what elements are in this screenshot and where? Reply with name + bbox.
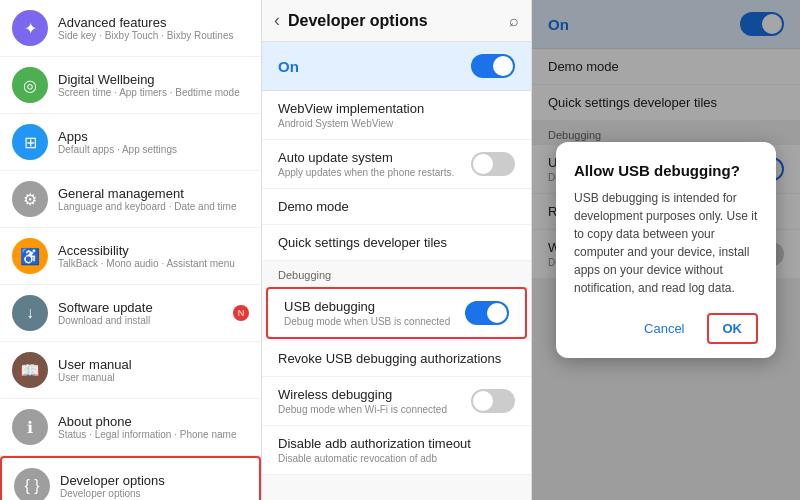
software-update-icon: ↓ — [12, 295, 48, 331]
item-subtitle: Apply updates when the phone restarts. — [278, 167, 454, 178]
item-subtitle: Disable automatic revocation of adb — [278, 453, 515, 464]
accessibility-icon: ♿ — [12, 238, 48, 274]
sidebar-item-subtitle: Default apps · App settings — [58, 144, 177, 155]
sidebar-item-advanced-features[interactable]: ✦Advanced featuresSide key · Bixby Touch… — [0, 0, 261, 57]
middle-panel: ‹Developer options⌕OnWebView implementat… — [262, 0, 532, 500]
mid-item-wireless-debugging[interactable]: Wireless debuggingDebug mode when Wi-Fi … — [262, 377, 531, 426]
mid-item-auto-update[interactable]: Auto update systemApply updates when the… — [262, 140, 531, 189]
section-label-debugging-label: Debugging — [262, 261, 531, 285]
sidebar-item-label: Apps — [58, 129, 177, 144]
sidebar-item-label: General management — [58, 186, 236, 201]
sidebar-item-subtitle: TalkBack · Mono audio · Assistant menu — [58, 258, 235, 269]
item-subtitle: Debug mode when USB is connected — [284, 316, 450, 327]
developer-options-title: Developer options — [288, 12, 509, 30]
wireless-debugging-toggle[interactable] — [471, 389, 515, 413]
sidebar-item-developer-options[interactable]: { }Developer optionsDeveloper options — [0, 456, 261, 500]
sidebar-item-label: Advanced features — [58, 15, 233, 30]
sidebar-item-label: Developer options — [60, 473, 165, 488]
dialog-title: Allow USB debugging? — [574, 162, 758, 179]
developer-options-on-label: On — [278, 58, 299, 75]
mid-item-webview[interactable]: WebView implementationAndroid System Web… — [262, 91, 531, 140]
sidebar-item-subtitle: Language and keyboard · Date and time — [58, 201, 236, 212]
item-subtitle: Debug mode when Wi-Fi is connected — [278, 404, 447, 415]
mid-item-usb-debugging[interactable]: USB debuggingDebug mode when USB is conn… — [266, 287, 527, 339]
item-title: WebView implementation — [278, 101, 515, 116]
sidebar-item-label: About phone — [58, 414, 236, 429]
mid-item-revoke-usb[interactable]: Revoke USB debugging authorizations — [262, 341, 531, 377]
item-title: Demo mode — [278, 199, 515, 214]
item-title: Auto update system — [278, 150, 454, 165]
dialog-cancel-button[interactable]: Cancel — [630, 313, 698, 344]
digital-wellbeing-icon: ◎ — [12, 67, 48, 103]
sidebar-item-label: User manual — [58, 357, 132, 372]
item-subtitle: Android System WebView — [278, 118, 515, 129]
sidebar-item-user-manual[interactable]: 📖User manualUser manual — [0, 342, 261, 399]
sidebar-item-general-management[interactable]: ⚙General managementLanguage and keyboard… — [0, 171, 261, 228]
mid-item-demo-mode[interactable]: Demo mode — [262, 189, 531, 225]
item-title: USB debugging — [284, 299, 450, 314]
auto-update-toggle[interactable] — [471, 152, 515, 176]
developer-options-toggle[interactable] — [471, 54, 515, 78]
user-manual-icon: 📖 — [12, 352, 48, 388]
left-menu-panel: ✦Advanced featuresSide key · Bixby Touch… — [0, 0, 262, 500]
sidebar-item-subtitle: User manual — [58, 372, 132, 383]
sidebar-item-subtitle: Developer options — [60, 488, 165, 499]
advanced-features-icon: ✦ — [12, 10, 48, 46]
sidebar-item-subtitle: Status · Legal information · Phone name — [58, 429, 236, 440]
sidebar-item-subtitle: Screen time · App timers · Bedtime mode — [58, 87, 240, 98]
about-phone-icon: ℹ — [12, 409, 48, 445]
search-icon[interactable]: ⌕ — [509, 12, 519, 30]
item-title: Revoke USB debugging authorizations — [278, 351, 515, 366]
usb-debugging-toggle[interactable] — [465, 301, 509, 325]
item-title: Wireless debugging — [278, 387, 447, 402]
sidebar-item-software-update[interactable]: ↓Software updateDownload and installN — [0, 285, 261, 342]
item-title: Quick settings developer tiles — [278, 235, 515, 250]
dialog-overlay: Allow USB debugging?USB debugging is int… — [532, 0, 800, 500]
right-panel: OnDemo modeQuick settings developer tile… — [532, 0, 800, 500]
notification-badge: N — [233, 305, 249, 321]
sidebar-item-subtitle: Download and install — [58, 315, 153, 326]
developer-options-header: ‹Developer options⌕ — [262, 0, 531, 42]
mid-item-disable-adb[interactable]: Disable adb authorization timeoutDisable… — [262, 426, 531, 475]
general-management-icon: ⚙ — [12, 181, 48, 217]
sidebar-item-subtitle: Side key · Bixby Touch · Bixby Routines — [58, 30, 233, 41]
dialog-ok-button[interactable]: OK — [707, 313, 759, 344]
sidebar-item-apps[interactable]: ⊞AppsDefault apps · App settings — [0, 114, 261, 171]
sidebar-item-label: Software update — [58, 300, 153, 315]
mid-item-quick-settings[interactable]: Quick settings developer tiles — [262, 225, 531, 261]
item-title: Disable adb authorization timeout — [278, 436, 515, 451]
sidebar-item-digital-wellbeing[interactable]: ◎Digital WellbeingScreen time · App time… — [0, 57, 261, 114]
developer-options-icon: { } — [14, 468, 50, 500]
apps-icon: ⊞ — [12, 124, 48, 160]
usb-debugging-dialog: Allow USB debugging?USB debugging is int… — [556, 142, 776, 358]
dialog-body: USB debugging is intended for developmen… — [574, 189, 758, 297]
developer-options-on-row: On — [262, 42, 531, 91]
back-button[interactable]: ‹ — [274, 10, 280, 31]
sidebar-item-about-phone[interactable]: ℹAbout phoneStatus · Legal information ·… — [0, 399, 261, 456]
sidebar-item-accessibility[interactable]: ♿AccessibilityTalkBack · Mono audio · As… — [0, 228, 261, 285]
sidebar-item-label: Digital Wellbeing — [58, 72, 240, 87]
sidebar-item-label: Accessibility — [58, 243, 235, 258]
